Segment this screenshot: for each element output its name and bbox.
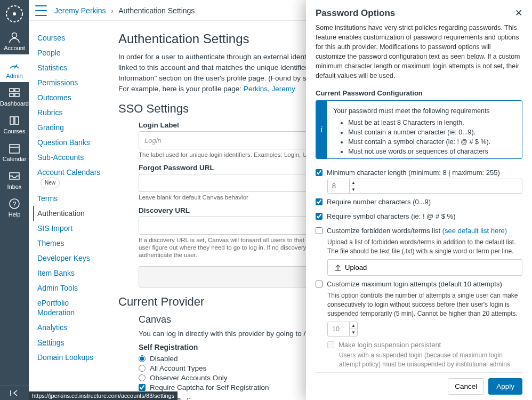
calendar-icon	[8, 142, 21, 155]
tray-footer: Cancel Apply	[316, 372, 522, 400]
requirement-item: Must not use words or sequences of chara…	[348, 147, 515, 159]
breadcrumb: Jeremy Perkins › Authentication Settings	[54, 6, 195, 15]
status-url: https://jperkins.cd.instructure.com/acco…	[29, 391, 178, 400]
inbox-icon	[8, 170, 21, 182]
nav-help[interactable]: ? Help	[0, 193, 29, 221]
nav-dashboard[interactable]: Dashboard	[0, 82, 29, 110]
svg-rect-8	[10, 145, 19, 153]
opt-forbidden[interactable]: Customize forbidden words/terms list (se…	[316, 227, 522, 235]
subnav-eportfolio-moderation[interactable]: ePortfolio Moderation	[34, 295, 106, 320]
svg-rect-7	[15, 93, 19, 97]
tray-intro: Some institutions have very strict polic…	[316, 23, 522, 81]
subnav-question-banks[interactable]: Question Banks	[34, 135, 106, 150]
password-options-tray: Password Options ✕ Some institutions hav…	[306, 0, 532, 400]
nav-admin[interactable]: Admin	[0, 54, 29, 82]
dashboard-icon	[8, 86, 21, 99]
subnav-domain-lookups[interactable]: Domain Lookups	[34, 350, 106, 365]
chevron-up-icon[interactable]: ▲	[350, 322, 357, 329]
default-list-link[interactable]: (see default list here)	[442, 227, 507, 235]
upload-button[interactable]: Upload	[327, 259, 522, 276]
opt-maxlogin[interactable]: Customize maximum login attempts (defaul…	[316, 280, 522, 288]
subnav-sis-import[interactable]: SIS Import	[34, 221, 106, 236]
subnav-permissions[interactable]: Permissions	[34, 75, 106, 90]
subnav-account-calendars[interactable]: Account CalendarsNew	[34, 165, 106, 191]
svg-point-2	[12, 33, 17, 38]
hamburger-menu[interactable]	[35, 5, 49, 16]
info-icon: i	[316, 101, 327, 158]
nav-inbox[interactable]: Inbox	[0, 165, 29, 193]
help-icon: ?	[8, 197, 21, 210]
expand-icon	[10, 389, 19, 397]
config-infobox: i Your password must meet the following …	[316, 100, 522, 159]
opt-minlen[interactable]: Minimum character length (minimum: 8 | m…	[316, 169, 522, 177]
config-requirement-list: Must be at least 8 Characters in length.…	[333, 118, 515, 159]
book-icon	[8, 114, 21, 127]
user-icon	[8, 31, 21, 44]
subnav-analytics[interactable]: Analytics	[34, 320, 106, 335]
svg-rect-6	[10, 93, 14, 97]
subnav-statistics[interactable]: Statistics	[34, 60, 106, 75]
upload-icon	[334, 264, 342, 271]
svg-rect-4	[10, 89, 14, 92]
chevron-up-icon[interactable]: ▲	[350, 179, 357, 186]
opt-persist[interactable]: Make login suspension persistent	[327, 341, 522, 349]
nav-calendar[interactable]: Calendar	[0, 138, 29, 165]
breadcrumb-current: Authentication Settings	[118, 6, 195, 15]
nav-account[interactable]: Account	[0, 27, 29, 54]
minlen-spinner[interactable]: 8 ▲▼	[327, 179, 522, 194]
requirement-item: Must contain a number character (ie: 0..…	[348, 127, 515, 137]
brand-logo[interactable]	[4, 3, 25, 25]
subnav-rubrics[interactable]: Rubrics	[34, 105, 106, 120]
svg-text:?: ?	[13, 201, 17, 208]
nav-expand-toggle[interactable]	[0, 385, 29, 400]
subnav-terms[interactable]: Terms	[34, 191, 106, 206]
global-nav: Account Admin Dashboard Courses Calendar…	[0, 0, 29, 400]
chevron-down-icon[interactable]: ▼	[350, 186, 357, 193]
subnav-sub-accounts[interactable]: Sub-Accounts	[34, 150, 106, 165]
tray-title: Password Options ✕	[316, 7, 522, 19]
profile-link[interactable]: Perkins, Jeremy	[244, 85, 295, 93]
subnav-themes[interactable]: Themes	[34, 236, 106, 251]
subnav-courses[interactable]: Courses	[34, 30, 106, 45]
apply-button[interactable]: Apply	[488, 378, 522, 395]
subnav-admin-tools[interactable]: Admin Tools	[34, 281, 106, 295]
chevron-right-icon: ›	[111, 6, 114, 15]
opt-symbol[interactable]: Require symbol characters (ie: ! @ # $ %…	[316, 212, 522, 220]
nav-courses[interactable]: Courses	[0, 110, 29, 138]
speedometer-icon	[8, 59, 21, 71]
requirement-item: Must contain a symbol character (ie: ! @…	[348, 137, 515, 147]
cancel-button[interactable]: Cancel	[448, 378, 484, 395]
breadcrumb-root[interactable]: Jeremy Perkins	[54, 6, 106, 15]
current-config-label: Current Password Configuration	[316, 89, 522, 97]
subnav-authentication[interactable]: Authentication	[33, 206, 106, 221]
svg-rect-5	[15, 89, 19, 92]
tray-close-button[interactable]: ✕	[515, 7, 522, 19]
svg-point-1	[13, 12, 16, 15]
subnav-item-banks[interactable]: Item Banks	[34, 266, 106, 281]
subnav-developer-keys[interactable]: Developer Keys	[34, 251, 106, 266]
maxlogin-spinner[interactable]: 10 ▲▼	[327, 322, 358, 337]
chevron-down-icon[interactable]: ▼	[350, 329, 357, 336]
account-subnav: CoursesPeopleStatisticsPermissionsOutcom…	[29, 21, 106, 399]
subnav-grading[interactable]: Grading	[34, 120, 106, 135]
subnav-outcomes[interactable]: Outcomes	[34, 90, 106, 105]
subnav-people[interactable]: People	[34, 45, 106, 60]
requirement-item: Must be at least 8 Characters in length.	[348, 118, 515, 127]
subnav-settings[interactable]: Settings	[34, 335, 106, 350]
opt-number[interactable]: Require number characters (0...9)	[316, 198, 522, 206]
